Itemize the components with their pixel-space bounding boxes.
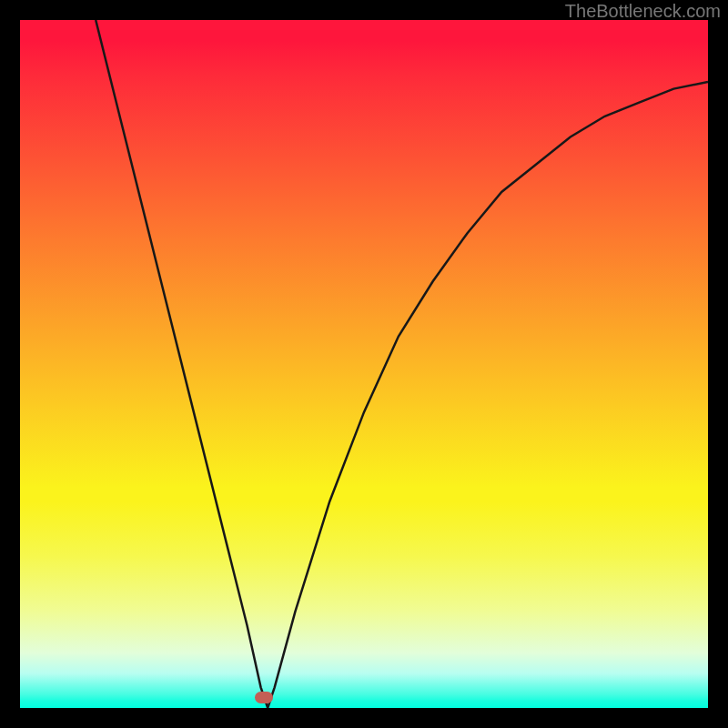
chart-frame	[0, 0, 728, 728]
attribution-text: TheBottleneck.com	[565, 1, 721, 22]
